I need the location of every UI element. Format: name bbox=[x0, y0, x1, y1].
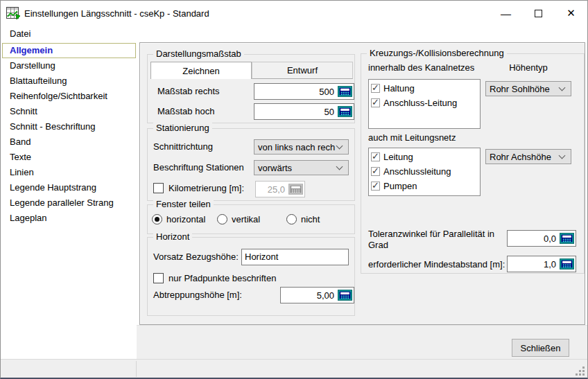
pfadpunkte-checkbox[interactable] bbox=[153, 273, 164, 283]
schnittrichtung-select[interactable]: von links nach rech bbox=[254, 139, 349, 155]
radio-icon[interactable] bbox=[152, 214, 162, 224]
radio-horizontal[interactable]: horizontal bbox=[152, 214, 205, 224]
leitungsnetz-checklist[interactable]: ✓ Leitung ✓ Anschlussleitung ✓ Pumpen bbox=[368, 148, 481, 196]
checkbox-pumpen[interactable]: ✓ bbox=[371, 182, 380, 191]
check-icon: ✓ bbox=[372, 82, 379, 94]
menu-datei[interactable]: Datei bbox=[6, 28, 34, 39]
field-value[interactable]: 1,0 bbox=[508, 259, 560, 270]
group-stationierung: Stationierung Schnittrichtung von links … bbox=[147, 128, 355, 201]
tab-entwurf[interactable]: Entwurf bbox=[252, 62, 353, 79]
sidebar-item-allgemein[interactable]: Allgemein bbox=[2, 43, 136, 58]
beschriftung-stationen-label: Beschriftung Stationen bbox=[153, 159, 244, 176]
calculator-icon[interactable] bbox=[560, 258, 574, 270]
sidebar-item-texte[interactable]: Texte bbox=[2, 150, 136, 165]
group-legend: Darstellungsmaßstab bbox=[153, 49, 244, 60]
chevron-down-icon bbox=[559, 84, 566, 91]
kilometrierung-field: 25,0 bbox=[255, 181, 305, 197]
group-legend: Stationierung bbox=[153, 123, 212, 134]
check-icon: ✓ bbox=[372, 180, 379, 191]
combo-value: Rohr Achshöhe bbox=[486, 152, 560, 162]
kilometrierung-checkbox[interactable] bbox=[153, 183, 164, 193]
sidebar-item-darstellung[interactable]: Darstellung bbox=[2, 58, 136, 73]
maximize-icon bbox=[535, 10, 542, 17]
leitungsnetz-hoehentyp-select[interactable]: Rohr Achshöhe bbox=[485, 149, 571, 164]
field-value[interactable]: 0,0 bbox=[508, 233, 560, 244]
close-dialog-button[interactable]: Schließen bbox=[512, 339, 569, 357]
calculator-icon[interactable] bbox=[560, 233, 574, 244]
sidebar-item-legende-hauptstrang[interactable]: Legende Hauptstrang bbox=[2, 180, 136, 195]
calculator-icon bbox=[288, 184, 303, 195]
sidebar-item-legende-paralleler-strang[interactable]: Legende paralleler Strang bbox=[2, 195, 136, 211]
radio-vertikal[interactable]: vertikal bbox=[217, 214, 260, 224]
app-icon bbox=[6, 7, 21, 20]
checkbox-anschlussleitung[interactable]: ✓ bbox=[371, 167, 380, 176]
field-value[interactable]: 5,00 bbox=[281, 290, 338, 301]
close-icon: ✕ bbox=[567, 7, 576, 19]
checklist-item-pumpen[interactable]: ✓ Pumpen bbox=[371, 179, 480, 193]
menubar: Datei bbox=[1, 26, 587, 42]
field-value[interactable]: 50 bbox=[254, 107, 338, 117]
mindestabstand-label: erforderlicher Mindestabstand [m]: bbox=[368, 259, 505, 270]
close-button[interactable]: ✕ bbox=[555, 1, 587, 26]
beschriftung-stationen-select[interactable]: vorwärts bbox=[254, 160, 349, 175]
radio-nicht[interactable]: nicht bbox=[286, 214, 320, 224]
abtreppungshoehe-label: Abtreppungshöhe [m]: bbox=[153, 287, 242, 303]
calculator-icon[interactable] bbox=[338, 290, 352, 301]
checklist-item-anschluss-leitung[interactable]: ✓ Anschluss-Leitung bbox=[371, 96, 480, 110]
pfadpunkte-label: nur Pfadpunkte beschriften bbox=[168, 273, 276, 283]
sidebar-item-linien[interactable]: Linien bbox=[2, 165, 136, 180]
chevron-down-icon bbox=[336, 142, 343, 149]
hoehentyp-label: Höhentyp bbox=[485, 62, 571, 73]
radio-icon[interactable] bbox=[286, 214, 297, 224]
checklist-item-leitung[interactable]: ✓ Leitung bbox=[371, 150, 480, 164]
vorsatz-bezugshoehe-input[interactable]: Horizont bbox=[241, 249, 349, 265]
abtreppungshoehe-field[interactable]: 5,00 bbox=[280, 287, 354, 303]
minimize-icon: — bbox=[501, 8, 511, 19]
sidebar-item-blattaufteilung[interactable]: Blattaufteilung bbox=[2, 73, 136, 89]
field-value: 25,0 bbox=[256, 184, 288, 195]
hoehentyp-select[interactable]: Rohr Sohlhöhe bbox=[485, 81, 571, 96]
kilometrierung-label: Kilometrierung [m]: bbox=[168, 183, 244, 193]
check-icon: ✓ bbox=[372, 151, 379, 162]
calculator-icon[interactable] bbox=[338, 106, 352, 117]
checklist-item-haltung[interactable]: ✓ Haltung bbox=[371, 81, 480, 96]
radio-label: horizontal bbox=[166, 214, 205, 224]
sidebar-item-schnitt-beschriftung[interactable]: Schnitt - Beschriftung bbox=[2, 119, 136, 134]
checklist-item-label: Leitung bbox=[383, 152, 413, 162]
sidebar-item-reihenfolge-sichtbarkeit[interactable]: Reihenfolge/Sichtbarkeit bbox=[2, 89, 136, 104]
calculator-icon[interactable] bbox=[338, 86, 352, 97]
massstab-rechts-field[interactable]: 500 bbox=[254, 83, 354, 100]
checklist-item-anschlussleitung[interactable]: ✓ Anschlussleitung bbox=[371, 164, 480, 179]
radio-label: vertikal bbox=[232, 214, 260, 224]
maximize-button[interactable] bbox=[522, 1, 555, 26]
titlebar[interactable]: Einstellungen Längsschnitt - cseKp - Sta… bbox=[1, 1, 587, 26]
resize-grip[interactable] bbox=[575, 366, 586, 377]
group-legend: Kreuzungs-/Kollisionsberechnung bbox=[367, 48, 507, 59]
combo-value: vorwärts bbox=[254, 163, 337, 173]
group-kreuzungsberechnung: Kreuzungs-/Kollisionsberechnung innerhal… bbox=[361, 53, 585, 274]
scale-tabs: Zeichnen Entwurf bbox=[150, 62, 353, 79]
kilometrierung-row: Kilometrierung [m]: bbox=[153, 183, 244, 193]
massstab-hoch-field[interactable]: 50 bbox=[254, 103, 354, 120]
sidebar-item-schnitt[interactable]: Schnitt bbox=[2, 104, 136, 119]
toleranzwinkel-field[interactable]: 0,0 bbox=[507, 230, 576, 247]
settings-dialog: Einstellungen Längsschnitt - cseKp - Sta… bbox=[0, 0, 588, 379]
field-value[interactable]: 500 bbox=[254, 87, 338, 97]
checkbox-haltung[interactable]: ✓ bbox=[371, 84, 380, 93]
sidebar-item-lageplan[interactable]: Lageplan bbox=[2, 211, 136, 226]
pfadpunkte-row: nur Pfadpunkte beschriften bbox=[153, 273, 276, 283]
radio-icon[interactable] bbox=[217, 214, 227, 224]
settings-panel: Darstellungsmaßstab Zeichnen Entwurf Maß… bbox=[139, 42, 585, 325]
checkbox-leitung[interactable]: ✓ bbox=[371, 152, 380, 161]
massstab-hoch-label: Maßstab hoch bbox=[157, 103, 214, 120]
check-icon: ✓ bbox=[372, 166, 379, 177]
minimize-button[interactable]: — bbox=[490, 1, 522, 26]
kanalnetz-label: innerhalb des Kanalnetzes bbox=[368, 62, 474, 73]
window-title: Einstellungen Längsschnitt - cseKp - Sta… bbox=[24, 8, 209, 19]
check-icon: ✓ bbox=[372, 97, 379, 108]
checkbox-anschluss-leitung[interactable]: ✓ bbox=[371, 98, 380, 107]
sidebar-item-band[interactable]: Band bbox=[2, 134, 136, 150]
kanalnetz-checklist[interactable]: ✓ Haltung ✓ Anschluss-Leitung bbox=[368, 79, 481, 129]
mindestabstand-field[interactable]: 1,0 bbox=[507, 256, 576, 272]
tab-zeichnen[interactable]: Zeichnen bbox=[150, 62, 252, 79]
